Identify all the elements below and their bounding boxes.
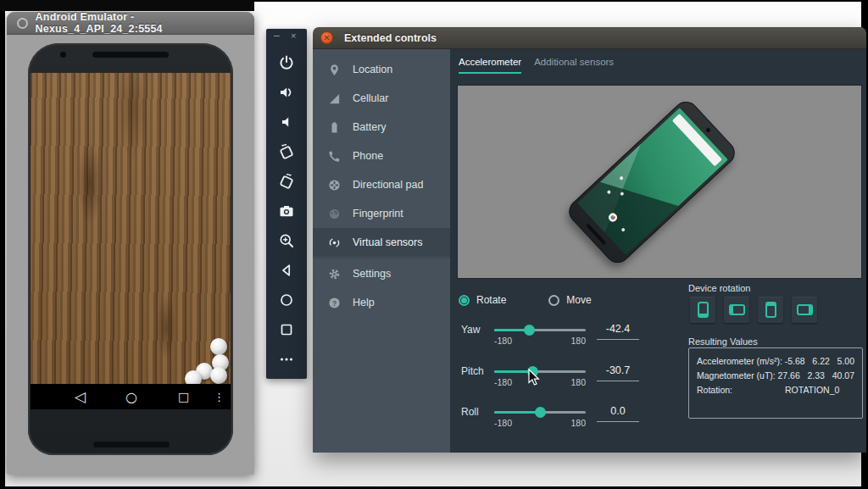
ball bbox=[210, 367, 227, 384]
back-button[interactable] bbox=[266, 255, 307, 285]
volume-down-button[interactable] bbox=[266, 107, 307, 136]
sidebar-item-settings[interactable]: Settings bbox=[313, 259, 450, 288]
slider-max-label: 180 bbox=[494, 336, 586, 346]
move-radio[interactable] bbox=[548, 295, 559, 306]
slider-thumb[interactable] bbox=[524, 325, 535, 336]
minimize-icon[interactable]: – bbox=[274, 30, 280, 42]
app-icon-dot bbox=[607, 190, 612, 195]
back-icon[interactable]: ◁ bbox=[75, 388, 86, 405]
mode-radio-group: Rotate Move bbox=[459, 294, 627, 306]
tab-label: Additional sensors bbox=[534, 57, 614, 67]
rotate-radio-label: Rotate bbox=[476, 294, 506, 306]
emulator-window: Android Emulator - Nexus_4_API_24_2:5554… bbox=[7, 12, 254, 475]
volume-up-button[interactable] bbox=[266, 77, 307, 107]
value-underline bbox=[597, 421, 639, 422]
earpiece-speaker bbox=[92, 52, 169, 58]
help-icon: ? bbox=[327, 296, 341, 309]
gear-icon bbox=[327, 267, 341, 281]
tab-active-underline bbox=[459, 72, 521, 74]
rotation-portrait-button[interactable] bbox=[690, 297, 715, 323]
home-icon[interactable]: ○ bbox=[125, 389, 137, 405]
sidebar-divider bbox=[313, 258, 450, 258]
more-button[interactable] bbox=[266, 344, 307, 374]
volume-up-icon bbox=[278, 84, 295, 101]
rotation-reverse-landscape-button[interactable] bbox=[792, 297, 817, 323]
extended-controls-titlebar[interactable]: ✕ Extended controls bbox=[313, 27, 866, 49]
sidebar-item-battery[interactable]: Battery bbox=[313, 113, 450, 142]
camera-icon bbox=[278, 203, 295, 219]
screen-edge bbox=[0, 0, 254, 11]
overview-button[interactable] bbox=[266, 314, 307, 344]
rotate-right-button[interactable] bbox=[266, 166, 307, 196]
home-button[interactable] bbox=[266, 285, 307, 314]
yaw-slider-row: Yaw -180 180 -42.4 bbox=[450, 321, 679, 357]
close-icon[interactable]: × bbox=[291, 31, 296, 41]
mouse-cursor bbox=[528, 369, 541, 386]
virtual-sensors-icon bbox=[327, 236, 341, 249]
move-radio-label: Move bbox=[566, 294, 591, 306]
row-value: 27.66 2.33 40.07 bbox=[778, 369, 855, 383]
device-screen[interactable] bbox=[31, 73, 231, 384]
svg-text:?: ? bbox=[331, 298, 336, 307]
sidebar-item-help[interactable]: ? Help bbox=[313, 288, 450, 317]
toolbar-titlebar: – × bbox=[266, 29, 307, 44]
sidebar-item-virtual-sensors[interactable]: Virtual sensors bbox=[313, 228, 450, 257]
value-underline bbox=[597, 339, 639, 340]
tab-additional-sensors[interactable]: Additional sensors bbox=[534, 57, 614, 70]
sidebar-item-location[interactable]: Location bbox=[313, 55, 450, 84]
window-close-icon[interactable]: ✕ bbox=[320, 31, 333, 44]
phone-handset-icon bbox=[327, 149, 341, 163]
landscape-phone-icon bbox=[729, 304, 745, 315]
sidebar-item-cellular[interactable]: Cellular bbox=[313, 84, 450, 113]
yaw-slider[interactable] bbox=[494, 329, 586, 331]
android-navbar: ◁ ○ □ ⋮ bbox=[31, 384, 231, 409]
home-circle-icon bbox=[278, 292, 295, 308]
rotation-landscape-button[interactable] bbox=[724, 297, 749, 323]
zoom-button[interactable] bbox=[266, 225, 307, 255]
sidebar-item-label: Battery bbox=[353, 121, 387, 133]
emulator-toolbar: – × bbox=[266, 29, 307, 379]
front-camera bbox=[60, 52, 66, 58]
rotate-radio[interactable] bbox=[459, 295, 470, 306]
overview-icon[interactable]: □ bbox=[178, 390, 189, 403]
chrome-icon bbox=[607, 211, 619, 223]
row-label: Magnetometer (uT): bbox=[697, 369, 778, 383]
device-rotation-label: Device rotation bbox=[688, 283, 750, 293]
device-rotation-buttons bbox=[690, 297, 817, 323]
row-label: Accelerometer (m/s²): bbox=[697, 354, 785, 369]
menu-dots-icon[interactable]: ⋮ bbox=[214, 391, 225, 403]
sidebar-item-label: Directional pad bbox=[353, 179, 423, 191]
slider-max-label: 180 bbox=[494, 418, 586, 428]
sensor-tabs: Accelerometer Additional sensors bbox=[450, 49, 866, 78]
tab-accelerometer[interactable]: Accelerometer bbox=[459, 57, 521, 70]
roll-slider[interactable] bbox=[494, 411, 586, 414]
desktop-background: Android Emulator - Nexus_4_API_24_2:5554… bbox=[5, 2, 861, 486]
rotate-left-button[interactable] bbox=[266, 136, 307, 166]
power-button[interactable] bbox=[266, 47, 307, 77]
slider-value[interactable]: -30.7 bbox=[597, 364, 639, 376]
sidebar-item-phone[interactable]: Phone bbox=[313, 142, 450, 170]
slider-value[interactable]: 0.0 bbox=[597, 405, 639, 417]
device-3d-view[interactable] bbox=[457, 85, 862, 279]
virtual-sensors-panel: Accelerometer Additional sensors bbox=[450, 49, 866, 453]
reverse-landscape-phone-icon bbox=[797, 304, 813, 315]
extended-controls-sidebar: Location Cellular Battery Phone Directio… bbox=[313, 49, 450, 453]
emulator-titlebar[interactable]: Android Emulator - Nexus_4_API_24_2:5554 bbox=[7, 12, 254, 35]
ball bbox=[210, 338, 227, 355]
rotation-reverse-portrait-button[interactable] bbox=[758, 297, 783, 323]
sidebar-item-label: Location bbox=[353, 64, 392, 75]
slider-value[interactable]: -42.4 bbox=[597, 323, 639, 335]
sidebar-item-fingerprint[interactable]: Fingerprint bbox=[313, 199, 450, 228]
extended-controls-window: ✕ Extended controls Location Cellular Ba… bbox=[313, 27, 866, 453]
portrait-phone-icon bbox=[698, 302, 709, 318]
row-value: ROTATION_0 bbox=[785, 383, 839, 397]
roll-slider-row: Roll -180 180 0.0 bbox=[450, 403, 679, 439]
sidebar-item-label: Phone bbox=[353, 150, 383, 162]
sidebar-item-directional-pad[interactable]: Directional pad bbox=[313, 170, 450, 199]
value-underline bbox=[597, 381, 639, 381]
slider-label: Yaw bbox=[461, 324, 480, 336]
screenshot-button[interactable] bbox=[266, 196, 307, 225]
slider-thumb[interactable] bbox=[535, 407, 546, 418]
magnetometer-row: Magnetometer (uT): 27.66 2.33 40.07 bbox=[697, 369, 854, 383]
overview-square-icon bbox=[278, 321, 295, 338]
